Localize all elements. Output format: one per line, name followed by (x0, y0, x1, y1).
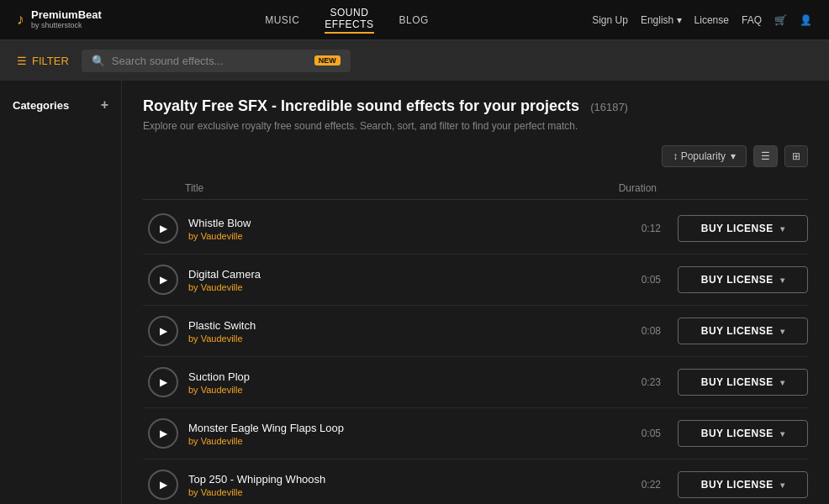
buy-chevron-icon: ▾ (780, 378, 785, 387)
track-artist: by Vaudeville (188, 282, 594, 292)
main-layout: Categories + Royalty Free SFX - Incredib… (0, 81, 829, 504)
play-button[interactable]: ▶ (148, 316, 178, 346)
track-info: Monster Eagle Wing Flaps Loop by Vaudevi… (178, 422, 594, 446)
buy-label: BUY LICENSE (701, 428, 774, 439)
user-icon[interactable]: 👤 (800, 14, 812, 26)
buy-label: BUY LICENSE (701, 223, 774, 234)
track-artist: by Vaudeville (188, 231, 594, 241)
logo-sub: by shutterstock (31, 22, 102, 30)
nav-sound-effects[interactable]: SOUNDEFFECTS (325, 7, 373, 34)
track-duration: 0:05 (594, 428, 678, 439)
add-category-icon[interactable]: + (101, 97, 108, 113)
content-area: Royalty Free SFX - Incredible sound effe… (122, 81, 829, 504)
table-header: Title Duration (143, 177, 808, 200)
sort-label: ↕ Popularity (673, 150, 726, 162)
track-title: Top 250 - Whipping Whoosh (188, 473, 594, 486)
track-duration: 0:08 (594, 325, 678, 337)
track-artist: by Vaudeville (188, 487, 594, 497)
buy-chevron-icon: ▾ (780, 224, 785, 234)
sort-chevron-icon: ▾ (731, 150, 736, 162)
track-title: Monster Eagle Wing Flaps Loop (188, 422, 594, 434)
col-title-header: Title (185, 182, 589, 194)
buy-chevron-icon: ▾ (780, 480, 785, 490)
play-button[interactable]: ▶ (148, 470, 178, 500)
buy-chevron-icon: ▾ (780, 429, 785, 438)
cart-icon[interactable]: 🛒 (774, 14, 787, 26)
track-artist: by Vaudeville (188, 333, 594, 344)
buy-license-button[interactable]: BUY LICENSE ▾ (678, 420, 808, 447)
track-duration: 0:12 (594, 223, 678, 234)
buy-chevron-icon: ▾ (780, 276, 785, 285)
table-row: ▶ Suction Plop by Vaudeville 0:23 BUY LI… (143, 357, 808, 408)
track-info: Top 250 - Whipping Whoosh by Vaudeville (178, 473, 594, 497)
table-row: ▶ Top 250 - Whipping Whoosh by Vaudevill… (143, 459, 808, 504)
track-artist: by Vaudeville (188, 436, 594, 446)
track-duration: 0:23 (594, 376, 678, 388)
main-nav: MUSIC SOUNDEFFECTS BLOG (265, 7, 429, 34)
track-title: Plastic Switch (188, 319, 594, 332)
col-duration-header: Duration (589, 182, 673, 194)
track-title: Whistle Blow (188, 217, 594, 229)
header-right: Sign Up English ▾ License FAQ 🛒 👤 (592, 14, 812, 26)
buy-license-button[interactable]: BUY LICENSE ▾ (678, 266, 808, 293)
track-info: Whistle Blow by Vaudeville (178, 217, 594, 241)
page-description: Explore our exclusive royalty free sound… (143, 120, 808, 132)
track-artist: by Vaudeville (188, 385, 594, 395)
track-duration: 0:22 (594, 479, 678, 491)
buy-label: BUY LICENSE (701, 376, 774, 388)
search-icon: 🔍 (92, 55, 105, 67)
license-link[interactable]: License (694, 14, 729, 26)
signup-link[interactable]: Sign Up (592, 14, 628, 26)
track-info: Plastic Switch by Vaudeville (178, 319, 594, 344)
logo-main: PremiumBeat (31, 9, 102, 21)
search-box: 🔍 NEW (82, 50, 351, 72)
new-badge: NEW (314, 55, 341, 66)
toolbar: ☰ FILTER 🔍 NEW (0, 40, 829, 81)
table-row: ▶ Monster Eagle Wing Flaps Loop by Vaude… (143, 408, 808, 459)
play-button[interactable]: ▶ (148, 213, 178, 244)
play-button[interactable]: ▶ (148, 418, 178, 449)
sidebar-header: Categories + (13, 97, 108, 113)
categories-label: Categories (13, 99, 69, 112)
table-row: ▶ Plastic Switch by Vaudeville 0:08 BUY … (143, 306, 808, 357)
grid-view-icon: ⊞ (792, 150, 800, 162)
faq-link[interactable]: FAQ (742, 14, 762, 26)
buy-license-button[interactable]: BUY LICENSE ▾ (678, 215, 808, 242)
table-row: ▶ Whistle Blow by Vaudeville 0:12 BUY LI… (143, 203, 808, 255)
filter-button[interactable]: ☰ FILTER (17, 55, 69, 67)
track-info: Digital Camera by Vaudeville (178, 268, 594, 292)
buy-label: BUY LICENSE (701, 479, 774, 491)
filter-label: FILTER (32, 55, 69, 67)
track-duration: 0:05 (594, 274, 678, 286)
play-button[interactable]: ▶ (148, 265, 178, 295)
buy-license-button[interactable]: BUY LICENSE ▾ (678, 318, 808, 344)
page-title: Royalty Free SFX - Incredible sound effe… (143, 97, 808, 115)
table-row: ▶ Digital Camera by Vaudeville 0:05 BUY … (143, 255, 808, 306)
list-view-icon: ☰ (761, 150, 770, 162)
logo-icon: ♪ (17, 11, 24, 29)
buy-chevron-icon: ▾ (780, 327, 785, 336)
search-input[interactable] (112, 55, 308, 67)
logo-text: PremiumBeat by shutterstock (31, 9, 102, 29)
sort-button[interactable]: ↕ Popularity ▾ (662, 145, 747, 167)
buy-license-button[interactable]: BUY LICENSE ▾ (678, 369, 808, 396)
language-selector[interactable]: English ▾ (641, 14, 682, 26)
header: ♪ PremiumBeat by shutterstock MUSIC SOUN… (0, 0, 829, 40)
play-button[interactable]: ▶ (148, 367, 178, 397)
track-title: Suction Plop (188, 370, 594, 383)
nav-music[interactable]: MUSIC (265, 14, 299, 26)
track-info: Suction Plop by Vaudeville (178, 370, 594, 395)
buy-label: BUY LICENSE (701, 325, 774, 337)
buy-label: BUY LICENSE (701, 274, 774, 286)
logo[interactable]: ♪ PremiumBeat by shutterstock (17, 9, 102, 29)
tracks-list: ▶ Whistle Blow by Vaudeville 0:12 BUY LI… (143, 203, 808, 504)
view-grid-button[interactable]: ⊞ (784, 145, 808, 167)
sidebar: Categories + (0, 81, 122, 504)
view-list-button[interactable]: ☰ (753, 145, 778, 167)
nav-blog[interactable]: BLOG (399, 14, 429, 26)
buy-license-button[interactable]: BUY LICENSE ▾ (678, 471, 808, 498)
result-count: (16187) (590, 101, 628, 113)
sort-row: ↕ Popularity ▾ ☰ ⊞ (143, 145, 808, 167)
track-title: Digital Camera (188, 268, 594, 281)
filter-icon: ☰ (17, 55, 27, 67)
